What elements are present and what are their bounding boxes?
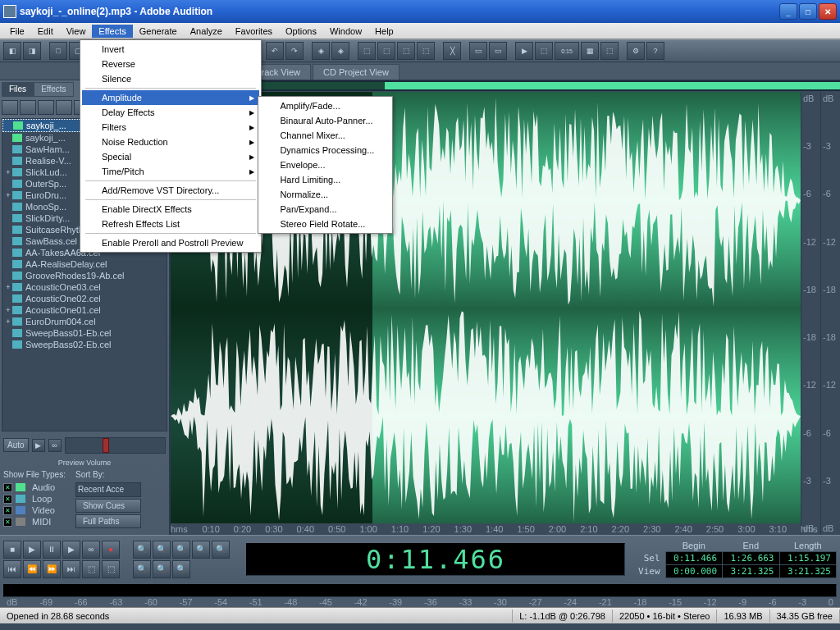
- undo-icon[interactable]: ↶: [266, 42, 284, 60]
- play-button[interactable]: ▶: [23, 541, 41, 559]
- toolbar-btn[interactable]: ⬚: [397, 42, 415, 60]
- file-item[interactable]: +AcousticOne01.cel: [2, 304, 167, 316]
- amp-envelope[interactable]: Envelope...: [260, 158, 390, 172]
- file-item[interactable]: GrooveRhodes19-Ab.cel: [2, 270, 167, 281]
- panel-open-icon[interactable]: [2, 100, 18, 115]
- loop-checkbox[interactable]: ✕: [3, 495, 12, 504]
- amp-stereo-rotate[interactable]: Stereo Field Rotate...: [260, 217, 390, 231]
- effects-time-pitch[interactable]: Time/Pitch: [82, 164, 259, 179]
- zoom-out-v-button[interactable]: 🔍: [133, 560, 151, 578]
- sel-end[interactable]: 1:26.663: [723, 552, 779, 565]
- view-length[interactable]: 3:21.325: [779, 565, 837, 578]
- view-begin[interactable]: 0:00.000: [665, 565, 722, 578]
- close-button[interactable]: ✕: [819, 3, 837, 20]
- toolbar-btn[interactable]: ⬚: [377, 42, 395, 60]
- effects-directx[interactable]: Enable DirectX Effects: [82, 202, 259, 217]
- slider-thumb[interactable]: [103, 438, 109, 453]
- rewind-button[interactable]: ⏪: [23, 560, 41, 578]
- menu-edit[interactable]: Edit: [31, 25, 60, 38]
- pause-button[interactable]: ⏸: [43, 541, 61, 559]
- level-meter[interactable]: [3, 584, 837, 597]
- effects-vst-dir[interactable]: Add/Remove VST Directory...: [82, 183, 259, 198]
- zoom-right-button[interactable]: 🔍: [172, 560, 190, 578]
- effects-amplitude[interactable]: Amplitude: [82, 90, 259, 105]
- panel-btn[interactable]: [20, 100, 36, 115]
- menu-effects[interactable]: Effects: [92, 25, 132, 38]
- video-checkbox[interactable]: ✕: [3, 506, 12, 515]
- toolbar-btn[interactable]: ▦: [581, 42, 599, 60]
- goto-start-button[interactable]: ⏮: [3, 560, 21, 578]
- minimize-button[interactable]: _: [779, 3, 797, 20]
- zoom-full-button[interactable]: 🔍: [172, 541, 190, 559]
- record-button[interactable]: ●: [102, 541, 120, 559]
- toolbar-btn[interactable]: ◈: [312, 42, 330, 60]
- file-item[interactable]: SweepBass01-Eb.cel: [2, 327, 167, 339]
- amp-pan-expand[interactable]: Pan/Expand...: [260, 202, 390, 217]
- effects-delay[interactable]: Delay Effects: [82, 105, 259, 120]
- menu-favorites[interactable]: Favorites: [229, 25, 279, 38]
- file-item[interactable]: +EuroDrum004.cel: [2, 316, 167, 327]
- amp-hard-limiting[interactable]: Hard Limiting...: [260, 172, 390, 187]
- midi-checkbox[interactable]: ✕: [3, 518, 12, 527]
- auto-button[interactable]: Auto: [3, 438, 29, 452]
- effects-tab[interactable]: Effects: [34, 82, 73, 97]
- cd-project-tab[interactable]: CD Project View: [313, 64, 399, 80]
- effects-noise-reduction[interactable]: Noise Reduction: [82, 135, 259, 149]
- files-tab[interactable]: Files: [2, 82, 34, 97]
- help-icon[interactable]: ?: [646, 42, 664, 60]
- toolbar-btn[interactable]: ◧: [3, 42, 21, 60]
- sel-length[interactable]: 1:15.197: [779, 552, 837, 565]
- zoom-sel-button[interactable]: 🔍: [192, 541, 210, 559]
- overview-bar[interactable]: [171, 80, 840, 92]
- amp-normalize[interactable]: Normalize...: [260, 187, 390, 202]
- play-icon[interactable]: ▶: [32, 439, 45, 452]
- effects-special[interactable]: Special: [82, 149, 259, 164]
- toolbar-btn[interactable]: ⬚: [600, 42, 619, 60]
- play-loop-button[interactable]: ▶: [62, 541, 80, 559]
- zoom-in-v-button[interactable]: 🔍: [212, 541, 230, 559]
- file-item[interactable]: AcousticOne02.cel: [2, 293, 167, 304]
- loop-icon[interactable]: ∞: [48, 439, 62, 452]
- effects-reverse[interactable]: Reverse: [82, 57, 259, 71]
- menu-view[interactable]: View: [60, 25, 93, 38]
- menu-options[interactable]: Options: [279, 25, 323, 38]
- time-ruler[interactable]: hms0:100:200:300:400:501:001:101:201:301…: [171, 523, 801, 535]
- file-item[interactable]: +AcousticOne03.cel: [2, 281, 167, 293]
- redo-icon[interactable]: ↷: [285, 42, 304, 60]
- file-item[interactable]: AA-RealiseDelay.cel: [2, 258, 167, 270]
- effects-filters[interactable]: Filters: [82, 120, 259, 135]
- panel-btn[interactable]: [38, 100, 54, 115]
- view-end[interactable]: 3:21.325: [723, 565, 779, 578]
- maximize-button[interactable]: □: [799, 3, 817, 20]
- settings-icon[interactable]: ⚙: [627, 42, 645, 60]
- toolbar-btn[interactable]: ⬚: [535, 42, 553, 60]
- menu-generate[interactable]: Generate: [133, 25, 184, 38]
- file-item[interactable]: SweepBass02-Eb.cel: [2, 339, 167, 350]
- toolbar-btn[interactable]: ▭: [489, 42, 507, 60]
- menu-help[interactable]: Help: [368, 25, 400, 38]
- toolbar-btn[interactable]: □: [49, 42, 67, 60]
- toolbar-btn[interactable]: ▶: [515, 42, 533, 60]
- stop-button[interactable]: ■: [3, 541, 21, 559]
- preview-volume-slider[interactable]: [65, 437, 166, 454]
- zoom-left-button[interactable]: 🔍: [153, 560, 171, 578]
- toolbar-btn[interactable]: 0:15: [555, 42, 579, 60]
- amp-channel-mixer[interactable]: Channel Mixer...: [260, 128, 390, 143]
- zoom-in-h-button[interactable]: 🔍: [133, 541, 151, 559]
- toolbar-btn[interactable]: ◨: [23, 42, 41, 60]
- show-cues-button[interactable]: Show Cues: [75, 499, 141, 513]
- amp-dynamics[interactable]: Dynamics Processing...: [260, 143, 390, 158]
- effects-preroll[interactable]: Enable Preroll and Postroll Preview: [82, 235, 259, 250]
- full-paths-button[interactable]: Full Paths: [75, 514, 141, 528]
- toolbar-btn[interactable]: ⬚: [417, 42, 435, 60]
- sort-combo[interactable]: Recent Acce: [75, 482, 141, 497]
- menu-window[interactable]: Window: [323, 25, 368, 38]
- amp-binaural[interactable]: Binaural Auto-Panner...: [260, 113, 390, 128]
- effects-refresh[interactable]: Refresh Effects List: [82, 217, 259, 231]
- toolbar-btn[interactable]: ▭: [469, 42, 487, 60]
- panel-btn[interactable]: [56, 100, 72, 115]
- toolbar-btn[interactable]: ◈: [331, 42, 349, 60]
- transport-btn[interactable]: ⬚: [82, 560, 100, 578]
- toolbar-btn[interactable]: ╳: [443, 42, 461, 60]
- sel-begin[interactable]: 0:11.466: [665, 552, 722, 565]
